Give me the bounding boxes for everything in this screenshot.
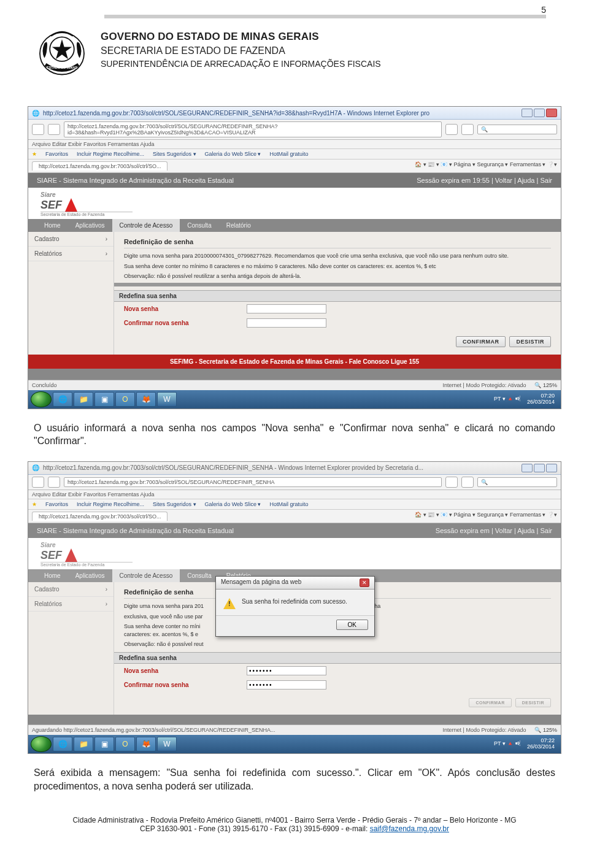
status-zone: Internet | Modo Protegido: Ativado (443, 382, 526, 388)
state-crest-icon: ESTADO DE MINAS (34, 23, 90, 82)
taskbar-explorer-icon[interactable]: 📁 (74, 737, 93, 751)
taskbar-outlook-icon[interactable]: O (115, 392, 135, 407)
tab-home[interactable]: Home (37, 219, 68, 232)
status-zoom[interactable]: 🔍 125% (534, 727, 557, 733)
taskbar-firefox-icon[interactable]: 🦊 (136, 392, 156, 407)
input-nova-senha[interactable] (247, 666, 326, 675)
sef-logo-area: Siare SEF Secretaria de Estado de Fazend… (28, 188, 561, 217)
dialog-close-button[interactable]: ✕ (360, 578, 369, 587)
status-zoom[interactable]: 🔍 125% (534, 382, 557, 388)
footer-email-link[interactable]: saif@fazenda.mg.gov.br (370, 824, 449, 833)
start-button[interactable] (31, 391, 52, 407)
back-button[interactable] (32, 477, 44, 488)
tray-lang[interactable]: PT ▾ 🔺 🕬 (494, 741, 521, 747)
command-bar[interactable]: 🏠 ▾ 📰 ▾ 📧 ▾ Página ▾ Segurança ▾ Ferrame… (415, 161, 557, 171)
favorites-bar[interactable]: ★ Favoritos Incluir Regime Recolhime... … (28, 499, 561, 510)
refresh-button[interactable] (445, 124, 458, 135)
search-input[interactable]: 🔍 (477, 125, 557, 134)
taskbar-word-icon[interactable]: W (157, 392, 177, 407)
ie-menu-bar[interactable]: Arquivo Editar Exibir Favoritos Ferramen… (28, 490, 561, 499)
notice-1: Digite uma nova senha para 2010000074301… (124, 252, 551, 260)
siare-top-bar: SIARE - Sistema Integrado de Administraç… (28, 173, 561, 188)
taskbar-explorer-icon[interactable]: 📁 (74, 392, 93, 407)
tab-consulta[interactable]: Consulta (180, 569, 218, 582)
window-controls[interactable] (522, 109, 557, 117)
ie-titlebar: 🌐 http://cetoz1.fazenda.mg.gov.br:7003/s… (28, 107, 561, 120)
window-title: http://cetoz1.fazenda.mg.gov.br:7003/sol… (43, 464, 518, 471)
sidebar-item-cadastro[interactable]: Cadastro› (28, 232, 114, 247)
back-button[interactable] (32, 124, 44, 135)
sidebar-item-relatorios[interactable]: Relatórios› (28, 247, 114, 261)
fav-item-0[interactable]: Incluir Regime Recolhime... (77, 501, 144, 507)
taskbar-ie-icon[interactable]: 🌐 (53, 392, 72, 407)
tab-relatorio[interactable]: Relatório (219, 219, 258, 232)
dialog-ok-button[interactable]: OK (336, 620, 368, 630)
tray-lang[interactable]: PT ▾ 🔺 🕬 (494, 396, 521, 402)
fav-item-1[interactable]: Sites Sugeridos ▾ (153, 501, 196, 507)
taskbar-firefox-icon[interactable]: 🦊 (136, 737, 156, 751)
sidebar-item-cadastro[interactable]: Cadastro› (28, 582, 114, 597)
label-confirmar-senha: Confirmar nova senha (124, 320, 241, 326)
taskbar-app-icon[interactable]: ▣ (94, 392, 114, 407)
browser-tab[interactable]: http://cetoz1.fazenda.mg.gov.br:7003/sol… (32, 512, 167, 521)
tab-home[interactable]: Home (37, 569, 68, 582)
redefine-header: Redefina sua senha (114, 652, 561, 664)
search-input[interactable]: 🔍 (477, 477, 557, 487)
tray-date: 26/03/2014 (527, 744, 555, 750)
confirmar-button[interactable]: CONFIRMAR (456, 336, 506, 347)
sidebar-item-relatorios[interactable]: Relatórios› (28, 597, 114, 612)
tab-consulta[interactable]: Consulta (180, 219, 218, 232)
tray-date: 26/03/2014 (527, 399, 555, 405)
sef-triangle-icon (65, 198, 77, 212)
ie-icon: 🌐 (32, 464, 39, 471)
label-nova-senha: Nova senha (124, 305, 241, 312)
stop-button[interactable] (461, 477, 474, 488)
siare-session[interactable]: Sessão expira em | Voltar | Ajuda | Sair (436, 527, 552, 534)
dialog-message: Sua senha foi redefinida com sucesso. (242, 598, 347, 605)
sef-logo-text: SEF (40, 199, 62, 212)
taskbar-word-icon[interactable]: W (157, 737, 177, 751)
favorites-bar[interactable]: ★ Favoritos Incluir Regime Recolhime... … (28, 149, 561, 159)
desistir-button[interactable]: DESISTIR (515, 698, 551, 707)
window-controls[interactable] (522, 464, 557, 472)
fav-item-3[interactable]: HotMail gratuito (270, 501, 309, 507)
tab-aplicativos[interactable]: Aplicativos (68, 569, 112, 582)
refresh-button[interactable] (445, 477, 458, 488)
fav-item-1[interactable]: Sites Sugeridos ▾ (153, 151, 196, 157)
command-bar[interactable]: 🏠 ▾ 📰 ▾ 📧 ▾ Página ▾ Segurança ▾ Ferrame… (415, 512, 557, 521)
label-nova-senha: Nova senha (124, 667, 241, 674)
forward-button[interactable] (48, 124, 60, 135)
siare-title: SIARE - Sistema Integrado de Administraç… (37, 177, 234, 184)
forward-button[interactable] (48, 477, 60, 488)
input-nova-senha[interactable] (247, 304, 326, 313)
siare-red-footer: SEF/MG - Secretaria de Estado de Fazenda… (28, 355, 561, 369)
taskbar-app-icon[interactable]: ▣ (94, 737, 114, 751)
ie-menu-bar[interactable]: Arquivo Editar Exibir Favoritos Ferramen… (28, 140, 561, 149)
stop-button[interactable] (461, 124, 474, 135)
fav-item-3[interactable]: HotMail gratuito (270, 151, 309, 157)
fav-item-2[interactable]: Galeria do Web Slice ▾ (205, 501, 261, 507)
sef-triangle-icon (65, 548, 77, 562)
tab-aplicativos[interactable]: Aplicativos (68, 219, 112, 232)
taskbar-ie-icon[interactable]: 🌐 (53, 737, 72, 751)
url-input[interactable]: http://cetoz1.fazenda.mg.gov.br:7003/sol… (64, 121, 442, 137)
tab-controle-acesso[interactable]: Controle de Acesso (112, 219, 180, 232)
fav-item-2[interactable]: Galeria do Web Slice ▾ (205, 151, 261, 157)
status-text: Aguardando http://cetoz1.fazenda.mg.gov.… (32, 727, 275, 733)
taskbar-outlook-icon[interactable]: O (115, 737, 135, 751)
section-title: Redefinição de senha (124, 236, 551, 248)
footer-line1: Cidade Administrativa - Rodovia Prefeito… (31, 816, 558, 824)
browser-tab[interactable]: http://cetoz1.fazenda.mg.gov.br:7003/sol… (32, 161, 167, 171)
fav-item-0[interactable]: Incluir Regime Recolhime... (77, 151, 144, 157)
confirmar-button[interactable]: CONFIRMAR (469, 698, 511, 707)
input-confirmar-senha[interactable] (247, 680, 326, 689)
siare-session[interactable]: Sessão expira em 19:55 | Voltar | Ajuda … (417, 177, 552, 184)
left-sidebar: Cadastro› Relatórios› (28, 582, 114, 715)
input-confirmar-senha[interactable] (247, 318, 326, 328)
screenshot-1: 🌐 http://cetoz1.fazenda.mg.gov.br:7003/s… (28, 106, 561, 409)
tab-controle-acesso[interactable]: Controle de Acesso (112, 569, 180, 582)
start-button[interactable] (31, 736, 52, 752)
main-panel: Redefinição de senha Digite uma nova sen… (114, 582, 561, 715)
desistir-button[interactable]: DESISTIR (509, 336, 551, 347)
url-input[interactable]: http://cetoz1.fazenda.mg.gov.br:7003/sol… (64, 477, 442, 487)
